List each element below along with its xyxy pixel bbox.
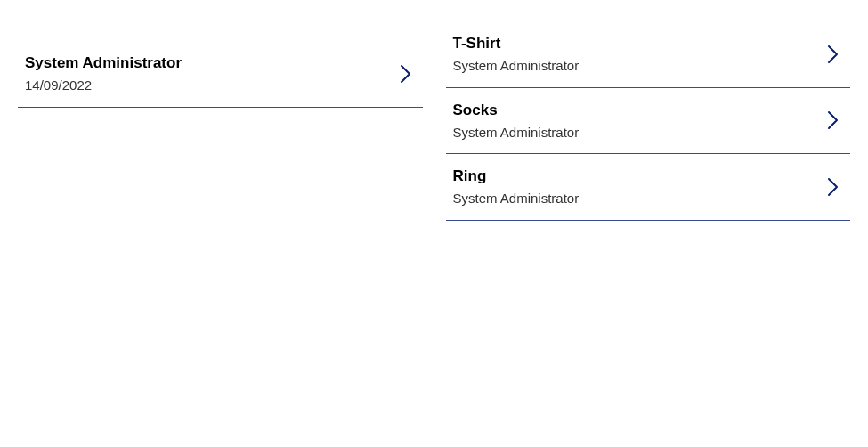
item-subtitle: System Administrator — [453, 57, 580, 75]
chevron-right-icon — [827, 110, 840, 131]
item-title: Ring — [453, 167, 580, 186]
list-item[interactable]: T-Shirt System Administrator — [446, 21, 851, 88]
left-column: System Administrator 14/09/2022 — [18, 21, 423, 426]
item-subtitle: 14/09/2022 — [25, 77, 182, 94]
list-item[interactable]: Ring System Administrator — [446, 154, 851, 221]
item-text: System Administrator 14/09/2022 — [25, 53, 182, 94]
chevron-right-icon — [400, 63, 412, 85]
chevron-right-icon — [827, 44, 840, 65]
list-item[interactable]: System Administrator 14/09/2022 — [18, 41, 423, 108]
item-subtitle: System Administrator — [453, 124, 580, 142]
item-text: Socks System Administrator — [453, 101, 580, 142]
item-title: T-Shirt — [453, 34, 580, 53]
item-title: System Administrator — [25, 53, 182, 73]
item-text: T-Shirt System Administrator — [453, 34, 580, 75]
list-item[interactable]: Socks System Administrator — [446, 88, 851, 155]
item-title: Socks — [453, 101, 580, 120]
right-column: T-Shirt System Administrator Socks Syste… — [446, 21, 851, 426]
chevron-right-icon — [827, 176, 840, 198]
item-text: Ring System Administrator — [453, 167, 580, 207]
item-subtitle: System Administrator — [453, 190, 580, 207]
